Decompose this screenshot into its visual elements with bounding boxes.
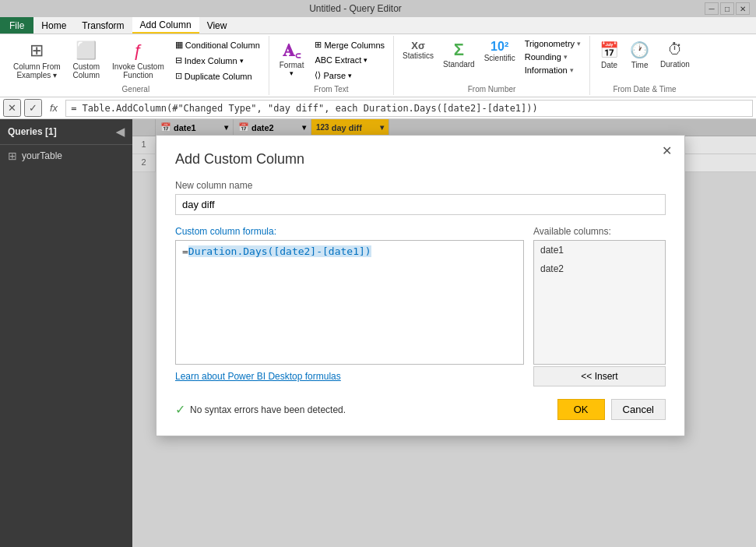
extract-label: Extract [335,55,361,65]
trigonometry-button[interactable]: Trigonometry ▾ [521,37,585,50]
parse-label: Parse [323,71,346,80]
merge-columns-button[interactable]: ⊞ Merge Columns [311,37,389,52]
ribbon-group-from-number: Xσ Statistics Σ Standard 10² Scientific … [394,36,590,95]
scientific-icon: 10² [491,40,508,54]
column-examples-icon: ⊞ [30,41,44,61]
format-icon: 𝐀꜀ [283,41,301,61]
available-columns-label: Available columns: [533,226,666,237]
invoke-function-label: Invoke CustomFunction [112,62,164,79]
insert-button[interactable]: << Insert [533,366,666,386]
format-label: Format [280,61,304,69]
sidebar-item-yourtable[interactable]: ⊞ yourTable [0,145,132,167]
date-icon: 📅 [600,41,619,59]
menu-item-home[interactable]: Home [33,17,74,34]
menu-item-file[interactable]: File [0,17,33,34]
duration-button[interactable]: ⏱ Duration [656,37,694,72]
formula-equals: = [182,245,188,257]
conditional-column-label: Conditional Column [185,41,260,50]
menu-item-transform[interactable]: Transform [74,17,132,34]
merge-columns-label: Merge Columns [324,41,385,50]
maximize-btn[interactable]: □ [720,2,734,15]
ribbon-general-small-col: ▦ Conditional Column ⊟ Index Column ▾ ⊡ … [171,37,264,83]
standard-icon: Σ [454,40,464,60]
sidebar-header: Queries [1] ◀ [0,119,132,145]
information-label: Information [525,65,568,75]
ribbon-general-content: ⊞ Column FromExamples ▾ ⬜ CustomColumn ƒ… [8,37,264,83]
sidebar: Queries [1] ◀ ⊞ yourTable [0,119,132,547]
dialog-footer-buttons: OK Cancel [557,399,666,420]
dialog-columns-list: date1 date2 [533,240,666,365]
scientific-button[interactable]: 10² Scientific [480,37,519,65]
dialog-name-input[interactable] [175,194,666,215]
ribbon-text-small-col: ⊞ Merge Columns ABC Extract ▾ ⟨⟩ Parse ▾ [311,37,389,83]
ribbon-group-from-datetime: 📅 Date 🕐 Time ⏱ Duration From Date & Tim… [590,36,699,95]
from-datetime-group-label: From Date & Time [613,85,676,94]
index-column-label: Index Column [185,56,237,65]
scientific-label: Scientific [484,54,515,62]
duration-icon: ⏱ [667,41,683,58]
formula-confirm-btn[interactable]: ✓ [24,99,42,117]
duration-label: Duration [660,60,690,69]
ribbon-text-content: 𝐀꜀ Format ▾ ⊞ Merge Columns ABC Extract … [274,37,389,83]
dialog-columns-section: Available columns: date1 date2 << Insert [533,226,666,386]
parse-icon: ⟨⟩ [315,70,321,80]
formula-fx-label: fx [45,101,62,115]
col-list-item-date1[interactable]: date1 [534,241,665,259]
close-btn[interactable]: ✕ [736,2,750,15]
extract-icon: ABC [315,55,332,65]
formula-input[interactable] [65,100,753,117]
menu-item-add-column[interactable]: Add Column [132,17,199,34]
col-list-item-date2[interactable]: date2 [534,259,665,278]
dialog-close-button[interactable]: ✕ [657,142,677,160]
sidebar-collapse-btn[interactable]: ◀ [116,125,125,138]
learn-link[interactable]: Learn about Power BI Desktop formulas [175,371,341,382]
ribbon-group-from-text: 𝐀꜀ Format ▾ ⊞ Merge Columns ABC Extract … [269,36,394,95]
extract-button[interactable]: ABC Extract ▾ [311,53,389,67]
time-button[interactable]: 🕐 Time [625,37,654,72]
date-button[interactable]: 📅 Date [595,37,624,72]
statistics-button[interactable]: Xσ Statistics [399,37,438,62]
formula-bar: ✕ ✓ fx [0,97,756,119]
duplicate-column-icon: ⊡ [175,71,182,81]
ribbon-datetime-content: 📅 Date 🕐 Time ⏱ Duration [595,37,694,83]
dialog-status: ✓ No syntax errors have been detected. [175,402,551,417]
date-label: Date [601,61,617,69]
ok-button[interactable]: OK [557,399,605,420]
formula-cancel-btn[interactable]: ✕ [3,99,21,117]
dialog-overlay: ✕ Add Custom Column New column name Cust… [132,119,756,547]
trig-rounding-info-group: Trigonometry ▾ Rounding ▾ Information ▾ [521,37,585,76]
parse-button[interactable]: ⟨⟩ Parse ▾ [311,68,389,83]
add-custom-column-dialog: ✕ Add Custom Column New column name Cust… [156,135,685,436]
column-from-examples-button[interactable]: ⊞ Column FromExamples ▾ [8,37,66,83]
time-label: Time [631,61,649,69]
rounding-button[interactable]: Rounding ▾ [521,51,585,63]
duplicate-column-button[interactable]: ⊡ Duplicate Column [171,69,264,83]
statistics-label: Statistics [403,51,434,60]
dialog-formula-box[interactable]: =Duration.Days([date2]-[date1]) [175,240,524,365]
column-examples-label: Column FromExamples ▾ [13,62,61,79]
sidebar-item-label: yourTable [22,150,62,161]
invoke-custom-function-button[interactable]: ƒ Invoke CustomFunction [107,37,170,83]
dialog-formula-label: Custom column formula: [175,226,524,237]
conditional-column-icon: ▦ [175,40,183,50]
minimize-btn[interactable]: ─ [705,2,719,15]
time-icon: 🕐 [630,41,649,59]
ribbon-group-general: ⊞ Column FromExamples ▾ ⬜ CustomColumn ƒ… [3,36,269,95]
menu-bar: File Home Transform Add Column View [0,17,756,34]
formula-function-highlight: Duration.Days([date2]-[date1]) [188,245,371,257]
cancel-button[interactable]: Cancel [611,399,666,420]
information-button[interactable]: Information ▾ [521,64,585,76]
menu-item-view[interactable]: View [199,17,235,34]
dialog-title: Add Custom Column [175,151,666,168]
standard-button[interactable]: Σ Standard [439,37,479,71]
general-group-label: General [122,85,150,94]
invoke-function-icon: ƒ [133,41,142,61]
custom-column-button[interactable]: ⬜ CustomColumn [68,37,105,83]
rounding-chevron: ▾ [564,53,568,61]
trig-chevron: ▾ [577,40,581,48]
conditional-column-button[interactable]: ▦ Conditional Column [171,37,264,52]
ribbon-number-content: Xσ Statistics Σ Standard 10² Scientific … [399,37,585,83]
index-column-button[interactable]: ⊟ Index Column ▾ [171,53,264,68]
format-button[interactable]: 𝐀꜀ Format ▾ [274,37,310,80]
trigonometry-label: Trigonometry [525,39,575,48]
